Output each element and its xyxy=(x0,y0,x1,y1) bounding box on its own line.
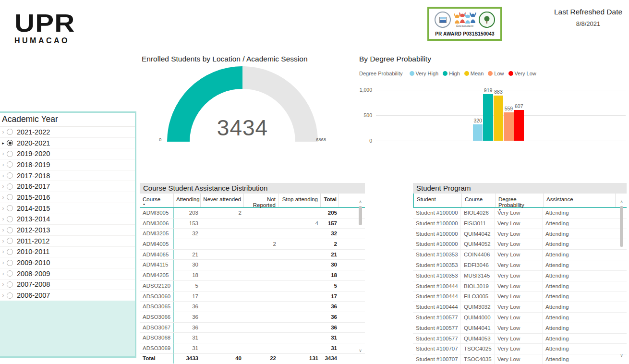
slicer-item-2009-2010[interactable]: ›2009-2010 xyxy=(0,257,135,268)
expand-chevron-icon[interactable]: › xyxy=(0,279,7,290)
student-table-row[interactable]: Student #100353MUSI3145Very LowAttending xyxy=(413,271,627,281)
expand-chevron-icon[interactable]: › xyxy=(0,257,7,268)
expand-chevron-icon[interactable]: › xyxy=(0,268,7,279)
slicer-item-2010-2011[interactable]: ›2010-2011 xyxy=(0,247,135,258)
scroll-down-icon[interactable]: ∨ xyxy=(357,348,363,353)
radio-unchecked-icon[interactable] xyxy=(7,281,13,288)
column-header-course[interactable]: Course▲ xyxy=(140,194,174,207)
slicer-item-2014-2015[interactable]: ›2014-2015 xyxy=(0,203,135,214)
radio-unchecked-icon[interactable] xyxy=(7,129,13,135)
student-table-row[interactable]: Student #100707TSOC4035Very LowAttending xyxy=(413,354,627,364)
expand-chevron-icon[interactable]: › xyxy=(0,214,7,224)
slicer-item-2018-2019[interactable]: ›2018-2019 xyxy=(0,159,135,170)
radio-checked-icon[interactable] xyxy=(7,140,13,146)
bar-very-high[interactable] xyxy=(473,124,483,141)
student-table-row[interactable]: Student #100444FILO3005Very LowAttending xyxy=(413,291,627,302)
radio-unchecked-icon[interactable] xyxy=(7,151,13,157)
radio-unchecked-icon[interactable] xyxy=(7,161,13,168)
legend-item-very-high[interactable]: Very High xyxy=(410,71,439,76)
radio-unchecked-icon[interactable] xyxy=(7,183,13,190)
scroll-up-icon[interactable]: ∧ xyxy=(357,199,363,204)
scroll-down-icon[interactable]: ∨ xyxy=(618,353,625,358)
expand-chevron-icon[interactable]: ▸ xyxy=(0,138,7,148)
course-table-row[interactable]: ADMI400522 xyxy=(140,239,365,250)
column-header-course[interactable]: Course xyxy=(462,194,496,207)
radio-unchecked-icon[interactable] xyxy=(7,216,13,222)
student-table-row[interactable]: Student #100707TSOC4025Very LowAttending xyxy=(413,344,627,354)
slicer-item-2020-2021[interactable]: ▸2020-2021 xyxy=(0,138,135,149)
slicer-item-2008-2009[interactable]: ›2008-2009 xyxy=(0,268,135,279)
expand-chevron-icon[interactable]: › xyxy=(0,181,7,192)
slicer-item-2019-2020[interactable]: ›2019-2020 xyxy=(0,148,135,159)
student-table-row[interactable]: Student #100444QUIM3032Very LowAttending xyxy=(413,302,627,313)
slicer-item-2007-2008[interactable]: ›2007-2008 xyxy=(0,279,135,291)
expand-chevron-icon[interactable]: › xyxy=(0,225,7,235)
scrollbar-thumb[interactable] xyxy=(620,206,623,247)
course-table-row[interactable]: ADSO30663636 xyxy=(140,312,365,323)
expand-chevron-icon[interactable]: › xyxy=(0,170,7,181)
student-table-row[interactable]: Student #100353COIN4406Very LowAttending xyxy=(413,250,627,260)
student-table-row[interactable]: Student #100000BIOL4026Very LowAttending xyxy=(413,208,627,218)
student-table-row[interactable]: Student #100000QUIM4052Very LowAttending xyxy=(413,239,627,250)
slicer-item-2012-2013[interactable]: ›2012-2013 xyxy=(0,225,135,236)
course-table-row[interactable]: ADMI42051818 xyxy=(140,270,365,281)
bar-very-low[interactable] xyxy=(514,110,524,141)
legend-item-high[interactable]: High xyxy=(443,71,460,76)
course-table-row[interactable]: ADMI32053232 xyxy=(140,229,365,239)
radio-unchecked-icon[interactable] xyxy=(7,270,13,277)
legend-item-mean[interactable]: Mean xyxy=(464,71,484,76)
student-table-row[interactable]: Student #100577QUIM4041Very LowAttending xyxy=(413,323,627,334)
slicer-item-2017-2018[interactable]: ›2017-2018 xyxy=(0,170,135,182)
column-header-student[interactable]: Student xyxy=(414,194,462,207)
course-table-row[interactable]: ADSO30693131 xyxy=(140,343,365,353)
course-table-row[interactable]: ADSO30673636 xyxy=(140,323,365,333)
expand-chevron-icon[interactable]: › xyxy=(0,236,7,246)
student-table-row[interactable]: Student #100577QUIM4053Very LowAttending xyxy=(413,334,627,344)
scroll-up-icon[interactable]: ∧ xyxy=(618,199,625,204)
column-header-attending[interactable]: Attending xyxy=(174,194,201,207)
radio-unchecked-icon[interactable] xyxy=(7,194,13,200)
bar-low[interactable] xyxy=(504,112,513,141)
expand-chevron-icon[interactable]: › xyxy=(0,159,7,170)
radio-unchecked-icon[interactable] xyxy=(7,249,13,255)
expand-chevron-icon[interactable]: › xyxy=(0,290,7,301)
slicer-item-2006-2007[interactable]: ›2006-2007 xyxy=(0,290,135,301)
course-table-row[interactable]: ADSO30601717 xyxy=(140,291,365,302)
column-header-not-reported[interactable]: Not Reported xyxy=(244,194,278,207)
student-table-row[interactable]: Student #100000QUIM4042Very LowAttending xyxy=(413,229,627,240)
student-table-row[interactable]: Student #100577QUIM4000Very LowAttending xyxy=(413,313,627,323)
expand-chevron-icon[interactable]: › xyxy=(0,192,7,203)
student-table-row[interactable]: Student #100444BIOL3019Very LowAttending xyxy=(413,281,627,292)
slicer-item-2021-2022[interactable]: ›2021-2022 xyxy=(0,127,135,138)
column-header-never-attended[interactable]: Never attended xyxy=(201,194,244,207)
radio-unchecked-icon[interactable] xyxy=(7,172,13,179)
slicer-item-2011-2012[interactable]: ›2011-2012 xyxy=(0,236,135,247)
slicer-item-2016-2017[interactable]: ›2016-2017 xyxy=(0,181,135,192)
student-table-row[interactable]: Student #100353EDFI3046Very LowAttending xyxy=(413,260,627,271)
course-table-row[interactable]: ADSO30653636 xyxy=(140,302,365,312)
expand-chevron-icon[interactable]: › xyxy=(0,127,7,137)
student-table-scrollbar[interactable]: ∧ ∨ xyxy=(618,198,625,362)
slicer-item-2015-2016[interactable]: ›2015-2016 xyxy=(0,192,135,203)
radio-unchecked-icon[interactable] xyxy=(7,238,13,244)
legend-item-low[interactable]: Low xyxy=(488,71,504,76)
column-header-total[interactable]: Total xyxy=(321,194,339,207)
course-table-row[interactable]: ADMI41153030 xyxy=(140,260,365,270)
course-table-row[interactable]: ADMI40652121 xyxy=(140,250,365,260)
column-header-assistance[interactable]: Assistance xyxy=(544,194,616,207)
course-table-row[interactable]: ADMI30052032205 xyxy=(140,208,365,218)
student-table-row[interactable]: Student #100000FISI3011Very LowAttending xyxy=(413,218,627,229)
course-table-scrollbar[interactable]: ∧ ∨ xyxy=(357,198,363,357)
radio-unchecked-icon[interactable] xyxy=(7,227,13,233)
course-table-row[interactable]: ADSO212055 xyxy=(140,281,365,291)
expand-chevron-icon[interactable]: › xyxy=(0,148,7,159)
bar-high[interactable] xyxy=(483,94,493,141)
bar-mean[interactable] xyxy=(494,96,503,141)
radio-unchecked-icon[interactable] xyxy=(7,205,13,211)
course-table-row[interactable]: ADSO30683131 xyxy=(140,333,365,343)
radio-unchecked-icon[interactable] xyxy=(7,292,13,299)
legend-item-very-low[interactable]: Very Low xyxy=(508,71,536,76)
column-header-stop-attending[interactable]: Stop attending xyxy=(278,194,321,207)
expand-chevron-icon[interactable]: › xyxy=(0,246,7,257)
course-table-row[interactable]: ADMI30061534157 xyxy=(140,218,365,229)
